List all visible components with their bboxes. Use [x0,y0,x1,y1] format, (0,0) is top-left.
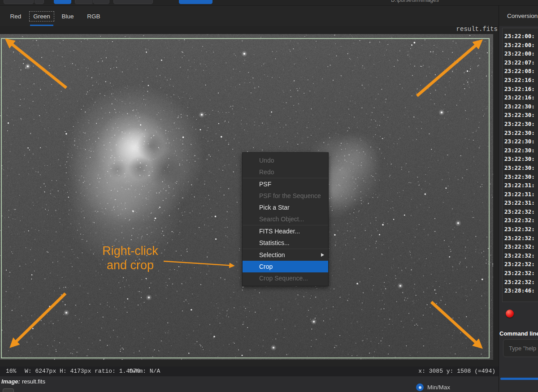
channel-tabs: RedGreenBlueRGB [3,6,107,26]
tab-conversion-label: Conversion [507,13,538,19]
top-toolbar: D:\purse\sm\images [0,0,538,5]
log-line: 23:22:07: [504,58,538,67]
tab-rgb[interactable]: RGB [81,6,107,26]
log-line: 23:22:16: [504,85,538,94]
log-line: 23:22:32: [504,234,538,243]
right-sidebar: Conversion 23:22:00:23:22:00:23:22:00:23… [499,5,538,392]
channel-tab-bar: RedGreenBlueRGB [0,5,499,26]
command-line-label: Command line [499,330,538,337]
log-line: 23:22:32: [504,216,538,225]
tab-red[interactable]: Red [3,6,29,26]
menu-item-label: Redo [259,168,274,176]
log-line: 23:22:00: [504,41,538,50]
image-dimensions: W: 6247px H: 4173px ratio: 1.4970 [25,366,140,376]
toolbar-button[interactable] [75,0,93,4]
menu-item-label: Search Object... [259,215,304,223]
menu-item-label: Crop Sequence... [259,275,308,282]
log-line: 23:22:16: [504,76,538,85]
log-line: 23:22:30: [504,155,538,164]
menu-item-label: Crop [259,263,273,270]
image-name-value: result.fits [22,378,45,385]
menu-item-label: PSF [259,181,271,188]
menu-item-undo: Undo [243,155,328,166]
submenu-arrow-icon [321,253,324,257]
minmax-radio-icon[interactable] [416,383,424,391]
menu-item-fits-header[interactable]: FITS Header... [243,225,328,237]
minmax-label: Min/Max [427,384,450,391]
log-line: 23:22:30: [504,120,538,129]
log-line: 23:22:32: [504,260,538,269]
log-line: 23:22:30: [504,146,538,155]
cut-off-button[interactable] [3,388,14,392]
record-indicator-icon[interactable] [506,310,514,318]
log-line: 23:22:31: [504,198,538,207]
menu-item-label: Undo [259,157,274,164]
tab-green[interactable]: Green [29,6,55,26]
status-bar: 16% W: 6247px H: 4173px ratio: 1.4970 fw… [0,366,499,376]
toolbar-dropdown[interactable] [113,0,153,4]
log-line: 23:22:00: [504,32,538,41]
context-menu: UndoRedoPSFPSF for the SequencePick a St… [242,152,329,286]
tab-blue[interactable]: Blue [55,6,81,26]
image-label: Image: [1,378,20,385]
log-line: 23:22:08: [504,67,538,76]
toolbar-button-primary[interactable] [179,0,213,4]
menu-item-label: Pick a Star [259,204,290,211]
menu-item-label: Selection [259,251,285,258]
menu-item-selection[interactable]: Selection [243,249,328,261]
zoom-level: 16% [6,366,16,376]
log-line: 23:22:30: [504,172,538,181]
log-line: 23:22:30: [504,129,538,138]
minmax-option[interactable]: Min/Max [416,383,450,391]
tab-label: Blue [61,13,74,20]
log-line: 23:22:00: [504,49,538,58]
log-output[interactable]: 23:22:00:23:22:00:23:22:00:23:22:07:23:2… [502,28,538,302]
working-directory-label: D:\purse\sm\images [391,0,490,3]
menu-item-psf-for-the-sequence: PSF for the Sequence [243,190,328,202]
toolbar-button[interactable] [93,0,109,4]
log-line: 23:22:32: [504,207,538,216]
log-line: 23:22:32: [504,251,538,260]
log-line: 23:22:30: [504,137,538,146]
menu-item-redo: Redo [243,166,328,178]
menu-item-label: PSF for the Sequence [259,192,321,199]
log-line: 23:22:32: [504,242,538,251]
menu-item-statistics[interactable]: Statistics... [243,237,328,249]
log-line: 23:22:32: [504,225,538,234]
log-line: 23:28:46: [504,286,538,295]
log-line: 23:22:16: [504,93,538,102]
image-name-line: Image:result.fits [1,378,45,385]
tab-label: Green [30,12,54,21]
tab-label: RGB [87,13,100,20]
menu-item-pick-a-star[interactable]: Pick a Star [243,202,328,213]
toolbar-button[interactable] [4,0,34,4]
tab-label: Red [10,13,22,20]
command-input[interactable] [503,339,538,357]
menu-item-crop[interactable]: Crop [243,261,328,272]
toolbar-button-primary[interactable] [54,0,71,4]
toolbar-button[interactable] [35,0,44,4]
log-line: 23:22:31: [504,190,538,199]
log-line: 23:22:30: [504,102,538,111]
log-line: 23:22:30: [504,164,538,172]
progress-bar [500,378,538,380]
menu-item-search-object: Search Object... [243,213,328,225]
menu-item-crop-sequence: Crop Sequence... [243,272,328,284]
menu-item-psf[interactable]: PSF [243,178,328,190]
image-filename-label: result.fits [456,26,498,33]
log-line: 23:22:31: [504,181,538,190]
menu-item-label: Statistics... [259,239,290,246]
fwhm-value: fwhm: N/A [129,366,160,376]
cursor-coordinates: x: 3085 y: 1508 (=494) [418,366,495,376]
log-line: 23:22:32: [504,269,538,278]
log-line: 23:22:30: [504,111,538,120]
tab-conversion[interactable]: Conversion [499,5,538,26]
log-line: 23:22:32: [504,278,538,287]
footer-bar: Image:result.fits Min/Max [0,376,499,392]
menu-item-label: FITS Header... [259,228,300,235]
